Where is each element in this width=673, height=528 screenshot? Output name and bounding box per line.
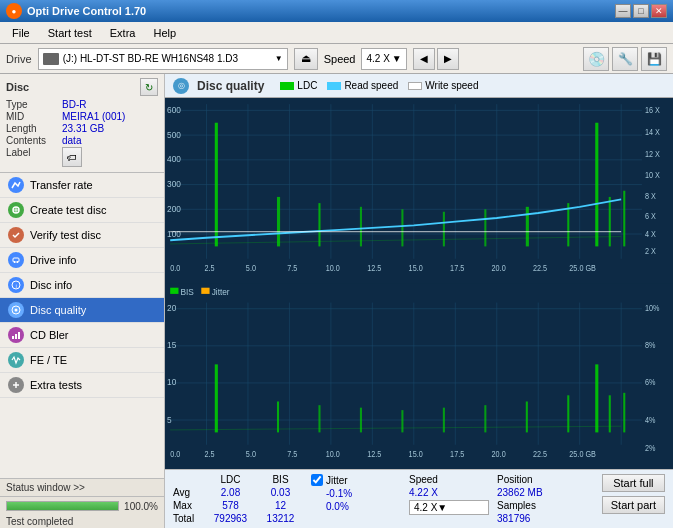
svg-rect-117 bbox=[526, 401, 528, 432]
nav-items: Transfer rate Create test disc Verify te… bbox=[0, 173, 164, 478]
nav-item-transfer-rate[interactable]: Transfer rate bbox=[0, 173, 164, 198]
jitter-checkbox[interactable] bbox=[311, 474, 323, 486]
svg-text:Jitter: Jitter bbox=[212, 286, 230, 297]
menu-extra[interactable]: Extra bbox=[102, 25, 144, 41]
svg-text:10.0: 10.0 bbox=[326, 264, 341, 274]
progress-container: 100.0% bbox=[0, 497, 164, 515]
svg-rect-60 bbox=[318, 203, 320, 246]
legend-read-speed: Read speed bbox=[327, 80, 398, 91]
status-window[interactable]: Status window >> bbox=[0, 479, 164, 497]
nav-item-drive-info[interactable]: Drive info bbox=[0, 248, 164, 273]
nav-item-create-test-disc[interactable]: Create test disc bbox=[0, 198, 164, 223]
svg-text:15.0: 15.0 bbox=[409, 449, 424, 459]
svg-text:20.0: 20.0 bbox=[492, 264, 507, 274]
jitter-max: 0.0% bbox=[311, 501, 401, 512]
menu-start-test[interactable]: Start test bbox=[40, 25, 100, 41]
disc-label-button[interactable]: 🏷 bbox=[62, 147, 82, 167]
svg-text:5.0: 5.0 bbox=[246, 264, 257, 274]
progress-track bbox=[6, 501, 119, 511]
drive-icon bbox=[43, 53, 59, 65]
avg-label: Avg bbox=[173, 487, 203, 498]
speed-back-button[interactable]: ◀ bbox=[413, 48, 435, 70]
svg-text:16 X: 16 X bbox=[645, 105, 661, 115]
svg-text:500: 500 bbox=[167, 129, 181, 140]
svg-rect-120 bbox=[609, 395, 611, 432]
progress-pct: 100.0% bbox=[123, 501, 158, 512]
bis-avg: 0.03 bbox=[258, 487, 303, 498]
svg-text:300: 300 bbox=[167, 178, 181, 189]
toolbar-icon-1[interactable]: 💿 bbox=[583, 47, 609, 71]
disc-label-key: Label bbox=[6, 147, 62, 167]
speed-label: Speed bbox=[324, 53, 356, 65]
svg-rect-63 bbox=[443, 212, 445, 247]
svg-rect-71 bbox=[170, 287, 178, 293]
svg-rect-121 bbox=[623, 392, 625, 432]
disc-refresh-button[interactable]: ↻ bbox=[140, 78, 158, 96]
svg-text:7.5: 7.5 bbox=[287, 449, 298, 459]
svg-text:5: 5 bbox=[167, 413, 172, 424]
extra-tests-icon bbox=[8, 377, 24, 393]
bis-header: BIS bbox=[258, 474, 303, 485]
disc-length-key: Length bbox=[6, 123, 62, 134]
disc-type-key: Type bbox=[6, 99, 62, 110]
chart-header: ◎ Disc quality LDC Read speed Write spee… bbox=[165, 74, 673, 98]
svg-text:22.5: 22.5 bbox=[533, 264, 548, 274]
nav-item-extra-tests[interactable]: Extra tests bbox=[0, 373, 164, 398]
svg-rect-68 bbox=[609, 197, 611, 246]
svg-text:100: 100 bbox=[167, 228, 181, 239]
toolbar-icon-2[interactable]: 🔧 bbox=[612, 47, 638, 71]
speed-forward-button[interactable]: ▶ bbox=[437, 48, 459, 70]
menu-help[interactable]: Help bbox=[145, 25, 184, 41]
nav-item-fe-te[interactable]: FE / TE bbox=[0, 348, 164, 373]
svg-text:5.0: 5.0 bbox=[246, 449, 257, 459]
disc-mid-key: MID bbox=[6, 111, 62, 122]
svg-text:2.5: 2.5 bbox=[204, 449, 215, 459]
jitter-section: Jitter -0.1% 0.0% bbox=[311, 474, 401, 512]
svg-text:i: i bbox=[16, 283, 17, 289]
svg-text:2 X: 2 X bbox=[645, 246, 656, 256]
jitter-checkbox-row: Jitter bbox=[311, 474, 401, 486]
svg-point-9 bbox=[15, 309, 18, 312]
start-full-button[interactable]: Start full bbox=[602, 474, 665, 492]
sidebar: Disc ↻ Type BD-R MID MEIRA1 (001) Length… bbox=[0, 74, 165, 528]
cd-bler-icon bbox=[8, 327, 24, 343]
drive-info-icon bbox=[8, 252, 24, 268]
nav-drive-info-label: Drive info bbox=[30, 254, 76, 266]
disc-type-val: BD-R bbox=[62, 99, 86, 110]
analyze-icon: 🔧 bbox=[618, 52, 633, 66]
nav-item-disc-quality[interactable]: Disc quality bbox=[0, 298, 164, 323]
menu-file[interactable]: File bbox=[4, 25, 38, 41]
svg-rect-4 bbox=[14, 261, 15, 263]
eject-button[interactable]: ⏏ bbox=[294, 48, 318, 70]
svg-text:600: 600 bbox=[167, 104, 181, 115]
main-area: ◎ Disc quality LDC Read speed Write spee… bbox=[165, 74, 673, 528]
legend-write-speed: Write speed bbox=[408, 80, 478, 91]
nav-item-verify-test-disc[interactable]: Verify test disc bbox=[0, 223, 164, 248]
charts-area: 600 500 400 300 200 100 16 X 14 X 12 X 1… bbox=[165, 98, 673, 469]
svg-rect-69 bbox=[623, 191, 625, 247]
svg-rect-10 bbox=[12, 336, 14, 339]
start-part-button[interactable]: Start part bbox=[602, 496, 665, 514]
chart-title: Disc quality bbox=[197, 79, 264, 93]
minimize-button[interactable]: — bbox=[615, 4, 631, 18]
toolbar-icons: 💿 🔧 💾 bbox=[583, 47, 667, 71]
menu-bar: File Start test Extra Help bbox=[0, 22, 673, 44]
svg-text:25.0 GB: 25.0 GB bbox=[569, 449, 596, 459]
svg-rect-115 bbox=[443, 407, 445, 432]
nav-item-disc-info[interactable]: i Disc info bbox=[0, 273, 164, 298]
nav-cd-bler-label: CD Bler bbox=[30, 329, 69, 341]
stats-header-row: LDC BIS bbox=[173, 474, 303, 485]
toolbar-icon-3[interactable]: 💾 bbox=[641, 47, 667, 71]
sidebar-bottom: Status window >> 100.0% Test completed bbox=[0, 478, 164, 528]
speed-select[interactable]: 4.2 X ▼ bbox=[361, 48, 406, 70]
drive-select[interactable]: (J:) HL-DT-ST BD-RE WH16NS48 1.D3 ▼ bbox=[38, 48, 288, 70]
maximize-button[interactable]: □ bbox=[633, 4, 649, 18]
drive-label: Drive bbox=[6, 53, 32, 65]
nav-item-cd-bler[interactable]: CD Bler bbox=[0, 323, 164, 348]
close-button[interactable]: ✕ bbox=[651, 4, 667, 18]
speed-section-dropdown[interactable]: 4.2 X ▼ bbox=[409, 500, 489, 515]
drive-bar: Drive (J:) HL-DT-ST BD-RE WH16NS48 1.D3 … bbox=[0, 44, 673, 74]
nav-fe-te-label: FE / TE bbox=[30, 354, 67, 366]
legend-read-speed-label: Read speed bbox=[344, 80, 398, 91]
samples-val: 381796 bbox=[497, 513, 587, 524]
